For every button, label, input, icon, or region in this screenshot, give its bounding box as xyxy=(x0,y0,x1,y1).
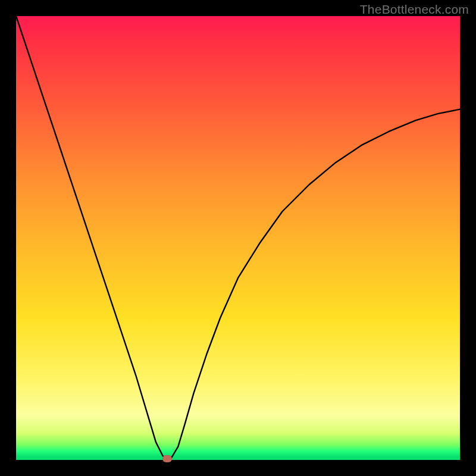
bottleneck-curve-svg xyxy=(16,16,460,460)
minimum-marker-dot xyxy=(162,455,172,462)
bottleneck-curve-path xyxy=(16,16,460,460)
chart-frame xyxy=(16,16,460,460)
watermark-text: TheBottleneck.com xyxy=(360,2,469,17)
